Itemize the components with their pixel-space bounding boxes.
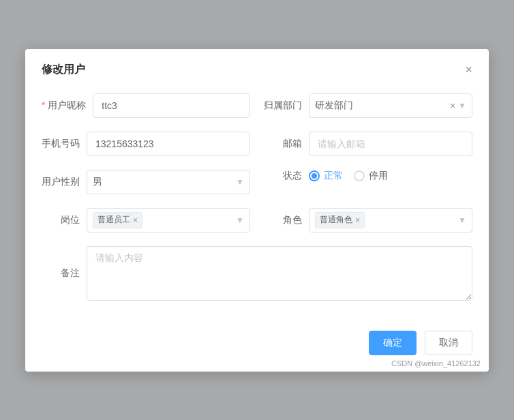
modal-header: 修改用户 × xyxy=(42,63,472,77)
department-arrow-icon: ▼ xyxy=(458,101,466,110)
cancel-button[interactable]: 取消 xyxy=(425,331,472,355)
form-row-3: 用户性别 男 ▼ 状态 正常 停用 xyxy=(42,170,472,194)
phone-field: 手机号码 xyxy=(42,132,250,156)
nickname-field: 用户昵称 xyxy=(42,93,250,118)
status-normal-radio[interactable] xyxy=(309,170,320,181)
role-tag: 普通角色 × xyxy=(315,212,365,228)
edit-user-modal: 修改用户 × 用户昵称 归属部门 研发部门 × ▼ 手机号码 xyxy=(25,49,489,372)
confirm-button[interactable]: 确定 xyxy=(369,331,417,355)
email-field: 邮箱 xyxy=(264,132,472,156)
form-row-4: 岗位 普通员工 × ▼ 角色 普通角色 × ▼ xyxy=(42,208,472,232)
department-label: 归属部门 xyxy=(264,100,302,112)
gender-value: 男 xyxy=(93,176,102,188)
remark-textarea[interactable] xyxy=(87,246,472,301)
nickname-label: 用户昵称 xyxy=(42,100,86,112)
gender-field: 用户性别 男 ▼ xyxy=(42,170,250,194)
status-radio-group: 正常 停用 xyxy=(309,170,388,182)
position-tag-text: 普通员工 xyxy=(97,214,130,226)
nickname-input[interactable] xyxy=(93,93,250,118)
role-field: 角色 普通角色 × ▼ xyxy=(264,208,472,232)
department-value: 研发部门 xyxy=(315,100,447,112)
form-row-5: 备注 xyxy=(42,246,472,301)
gender-label: 用户性别 xyxy=(42,176,80,188)
role-tag-close-icon[interactable]: × xyxy=(355,215,360,225)
phone-label: 手机号码 xyxy=(42,138,80,150)
modal-title: 修改用户 xyxy=(42,63,85,77)
status-normal-option[interactable]: 正常 xyxy=(309,170,343,182)
remark-field: 备注 xyxy=(42,246,472,301)
position-label: 岗位 xyxy=(42,214,80,226)
position-chevron-icon: ▼ xyxy=(236,215,244,225)
close-button[interactable]: × xyxy=(465,63,472,76)
department-select[interactable]: 研发部门 × ▼ xyxy=(309,93,472,118)
watermark: CSDN @weixin_41262132 xyxy=(391,359,481,368)
modal-overlay: 修改用户 × 用户昵称 归属部门 研发部门 × ▼ 手机号码 xyxy=(0,0,514,420)
email-input[interactable] xyxy=(309,132,472,156)
position-tag-close-icon[interactable]: × xyxy=(133,215,138,225)
position-select[interactable]: 普通员工 × ▼ xyxy=(87,208,250,232)
role-tag-text: 普通角色 xyxy=(320,214,352,226)
form-row-1: 用户昵称 归属部门 研发部门 × ▼ xyxy=(42,93,472,118)
status-normal-label: 正常 xyxy=(324,170,343,182)
form-row-2: 手机号码 邮箱 xyxy=(42,132,472,156)
role-select[interactable]: 普通角色 × ▼ xyxy=(309,208,472,232)
gender-select[interactable]: 男 ▼ xyxy=(87,170,250,194)
department-clear-icon[interactable]: × xyxy=(450,100,455,111)
remark-label: 备注 xyxy=(42,267,80,280)
status-disabled-option[interactable]: 停用 xyxy=(354,170,388,182)
department-field: 归属部门 研发部门 × ▼ xyxy=(264,93,472,118)
phone-input[interactable] xyxy=(87,132,250,156)
status-label: 状态 xyxy=(264,170,302,182)
status-disabled-label: 停用 xyxy=(369,170,388,182)
position-tag: 普通员工 × xyxy=(93,212,142,228)
role-chevron-icon: ▼ xyxy=(458,215,466,225)
status-field: 状态 正常 停用 xyxy=(264,170,472,182)
gender-chevron-icon: ▼ xyxy=(236,177,244,187)
position-field: 岗位 普通员工 × ▼ xyxy=(42,208,250,232)
modal-footer: 确定 取消 xyxy=(42,320,472,355)
status-disabled-radio[interactable] xyxy=(354,170,365,181)
role-label: 角色 xyxy=(264,214,302,226)
email-label: 邮箱 xyxy=(264,138,302,150)
